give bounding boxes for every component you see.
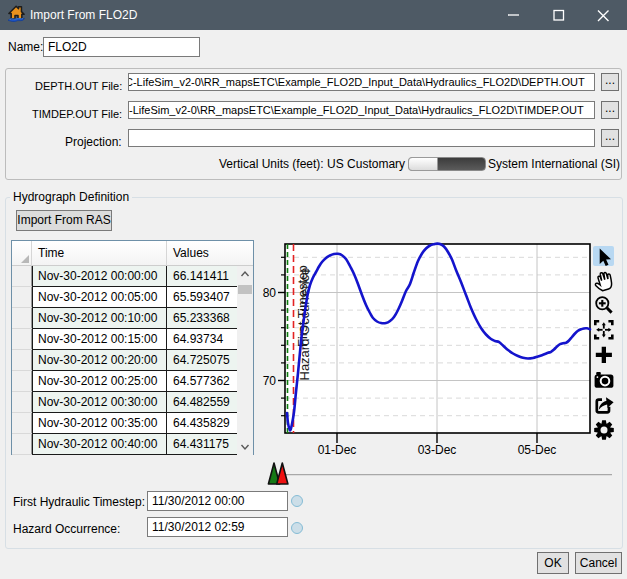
svg-text:03-Dec: 03-Dec: [418, 443, 457, 457]
svg-text:01-Dec: 01-Dec: [318, 443, 357, 457]
svg-text:05-Dec: 05-Dec: [518, 443, 557, 457]
svg-text:80: 80: [263, 286, 277, 300]
svg-text:70: 70: [263, 374, 277, 388]
